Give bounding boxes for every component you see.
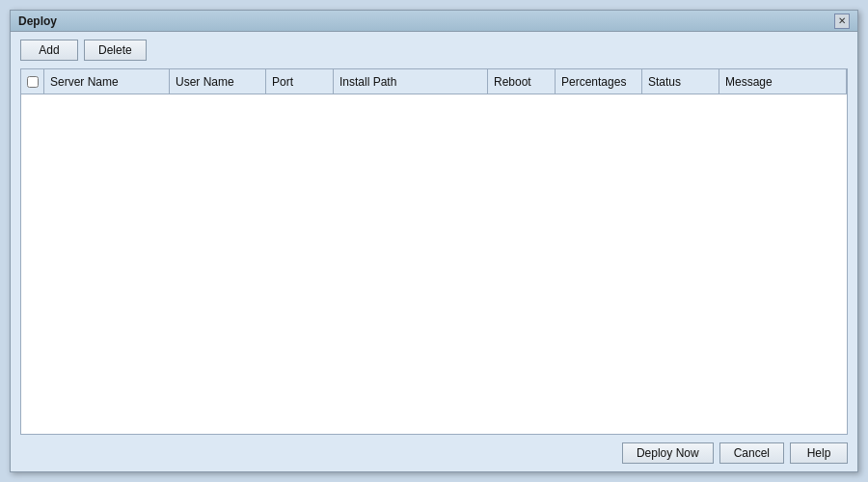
col-header-message: Message xyxy=(719,69,847,94)
toolbar: Add Delete xyxy=(11,32,857,68)
add-button[interactable]: Add xyxy=(20,40,78,61)
col-header-reboot: Reboot xyxy=(488,69,556,94)
col-header-user-name: User Name xyxy=(170,69,266,94)
col-header-status: Status xyxy=(642,69,719,94)
close-button[interactable]: ✕ xyxy=(834,13,850,29)
col-header-install-path: Install Path xyxy=(334,69,488,94)
deploy-now-button[interactable]: Deploy Now xyxy=(622,442,714,464)
col-header-server-name: Server Name xyxy=(44,69,170,94)
deploy-dialog: Deploy ✕ Add Delete Server Name User Nam… xyxy=(10,10,858,472)
col-header-percentages: Percentages xyxy=(556,69,642,94)
delete-button[interactable]: Delete xyxy=(84,40,147,61)
select-all-checkbox[interactable] xyxy=(27,76,39,88)
title-bar: Deploy ✕ xyxy=(11,11,857,32)
dialog-title: Deploy xyxy=(18,14,57,28)
cancel-button[interactable]: Cancel xyxy=(719,442,784,464)
table-body xyxy=(21,94,847,434)
col-header-port: Port xyxy=(266,69,334,94)
footer: Deploy Now Cancel Help xyxy=(11,435,857,471)
select-all-checkbox-cell[interactable] xyxy=(21,69,44,94)
help-button[interactable]: Help xyxy=(790,442,848,464)
table-header: Server Name User Name Port Install Path … xyxy=(21,69,847,94)
table-container: Server Name User Name Port Install Path … xyxy=(20,68,848,435)
